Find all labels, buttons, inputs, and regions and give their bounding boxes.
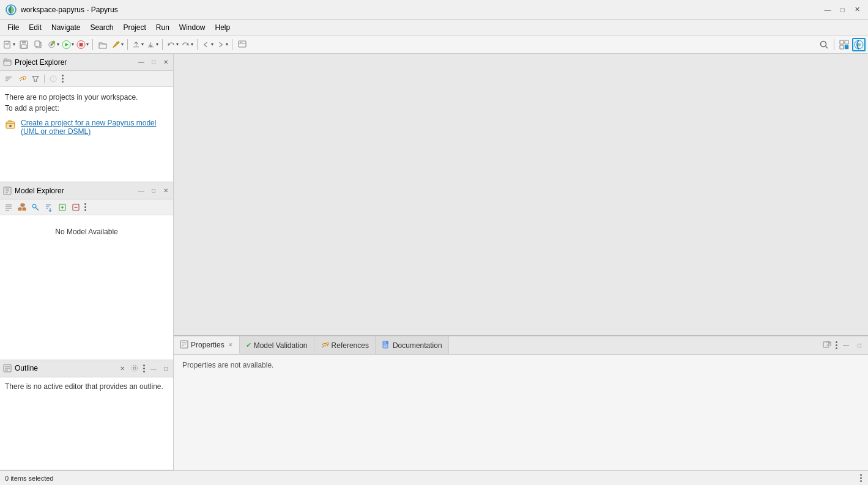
outline-minimize[interactable]: — (149, 363, 158, 373)
outline-settings-btn[interactable] (130, 363, 139, 373)
outline-maximize[interactable]: □ (161, 363, 171, 373)
bottom-panel-header: Properties ✕ ✔ Model Validation (174, 336, 868, 355)
menu-search[interactable]: Search (85, 22, 118, 33)
search-toolbar-button[interactable] (817, 38, 831, 51)
undo-button[interactable]: ▾ (166, 38, 179, 51)
svg-rect-24 (840, 40, 844, 44)
papyrus-perspective-button[interactable] (852, 38, 866, 51)
toolbar-sep-1 (92, 39, 93, 50)
annotate-button[interactable]: ▾ (111, 38, 124, 51)
export-arrow-icon[interactable]: ▾ (141, 42, 144, 47)
bottom-panel-more[interactable] (834, 340, 839, 350)
svg-rect-49 (18, 208, 21, 210)
svg-rect-27 (845, 45, 848, 49)
close-button[interactable]: ✕ (851, 4, 863, 16)
stop-button[interactable]: ▾ (76, 38, 89, 51)
redo-button[interactable]: ▾ (180, 38, 194, 51)
svg-point-21 (242, 42, 243, 43)
menu-run[interactable]: Run (151, 22, 174, 33)
undo-arrow-icon[interactable]: ▾ (176, 42, 179, 47)
references-tab-label: References (332, 341, 369, 350)
nav-forward-arrow-icon[interactable]: ▾ (226, 42, 228, 47)
create-project-text[interactable]: Create a project for a new Papyrus model… (21, 119, 168, 136)
no-projects-message: There are no projects in your workspace.… (5, 92, 168, 114)
run-button[interactable]: ▾ (61, 38, 75, 51)
menu-help[interactable]: Help (210, 22, 236, 33)
build-button[interactable]: ▾ (46, 38, 60, 51)
project-explorer-more[interactable] (61, 73, 65, 84)
toolbar-right-group (817, 38, 866, 51)
new-arrow-icon[interactable]: ▾ (13, 42, 15, 47)
copy-button[interactable] (32, 38, 45, 51)
svg-rect-8 (35, 41, 40, 46)
me-sort-btn[interactable] (43, 201, 55, 213)
outline-close[interactable]: ✕ (117, 363, 127, 373)
views-button[interactable] (837, 38, 851, 51)
maximize-button[interactable]: □ (836, 4, 848, 16)
create-project-link[interactable]: Create a project for a new Papyrus model… (5, 119, 168, 136)
link-editor-button[interactable] (16, 73, 28, 85)
properties-tab-icon (180, 340, 188, 350)
tab-properties[interactable]: Properties ✕ (174, 336, 240, 354)
bottom-panel-maximize[interactable]: □ (853, 339, 866, 352)
top-editor (174, 54, 868, 336)
svg-rect-37 (6, 123, 15, 124)
menu-file[interactable]: File (2, 22, 24, 33)
minimize-button[interactable]: — (822, 4, 834, 16)
project-explorer-icon (2, 57, 12, 67)
project-explorer-toolbar: ! (0, 71, 173, 87)
me-add-btn[interactable] (56, 201, 69, 213)
me-filter-btn[interactable] (29, 201, 42, 213)
model-explorer-toolbar (0, 199, 173, 215)
model-explorer-panel: Model Explorer — □ ✕ (0, 182, 173, 360)
export-button[interactable]: ▾ (131, 38, 144, 51)
menu-edit[interactable]: Edit (24, 22, 46, 33)
me-tree-view-btn[interactable] (16, 201, 28, 213)
model-explorer-more[interactable] (83, 202, 87, 212)
nav-back-button[interactable]: ▾ (201, 38, 214, 51)
import-button[interactable]: ▾ (146, 38, 159, 51)
save-button[interactable] (17, 38, 31, 51)
model-validation-tab-label: Model Validation (254, 341, 308, 350)
new-button[interactable]: ▾ (2, 38, 16, 51)
open-button[interactable] (96, 38, 109, 51)
bottom-panel-open-btn[interactable] (821, 339, 833, 352)
annotate-arrow-icon[interactable]: ▾ (121, 42, 124, 47)
collapse-all-button[interactable] (2, 73, 15, 85)
svg-line-23 (826, 46, 828, 48)
external-browser-button[interactable] (236, 38, 249, 51)
pe-icon-btn[interactable]: ! (47, 73, 59, 85)
tab-documentation[interactable]: Documentation (376, 336, 449, 354)
svg-rect-68 (180, 341, 188, 348)
project-explorer-close[interactable]: ✕ (161, 57, 171, 67)
me-list-view-btn[interactable] (2, 201, 15, 213)
svg-text:!: ! (53, 77, 54, 81)
nav-forward-button[interactable]: ▾ (215, 38, 229, 51)
run-arrow-icon[interactable]: ▾ (72, 42, 74, 47)
project-explorer-minimize[interactable]: — (136, 57, 146, 67)
menu-navigate[interactable]: Navigate (46, 22, 85, 33)
tab-references[interactable]: References (314, 336, 376, 354)
me-remove-btn[interactable] (70, 201, 82, 213)
filter-button[interactable] (29, 73, 42, 85)
tab-model-validation[interactable]: ✔ Model Validation (240, 336, 314, 354)
status-more[interactable] (859, 473, 863, 483)
redo-arrow-icon[interactable]: ▾ (191, 42, 193, 47)
nav-back-arrow-icon[interactable]: ▾ (211, 42, 213, 47)
outline-more[interactable] (142, 363, 146, 374)
svg-rect-5 (22, 41, 26, 43)
menu-window[interactable]: Window (174, 22, 210, 33)
project-explorer-maximize[interactable]: □ (149, 57, 158, 67)
model-explorer-maximize[interactable]: □ (149, 186, 158, 196)
import-arrow-icon[interactable]: ▾ (156, 42, 158, 47)
menu-project[interactable]: Project (118, 22, 150, 33)
properties-tab-close[interactable]: ✕ (228, 342, 233, 348)
model-explorer-minimize[interactable]: — (136, 186, 146, 196)
svg-point-31 (23, 76, 26, 79)
outline-content: There is no active editor that provides … (0, 377, 173, 470)
model-explorer-icon (2, 186, 12, 196)
stop-arrow-icon[interactable]: ▾ (86, 42, 89, 47)
model-explorer-close[interactable]: ✕ (161, 186, 171, 196)
build-arrow-icon[interactable]: ▾ (57, 42, 59, 47)
bottom-panel-minimize[interactable]: — (840, 339, 852, 352)
